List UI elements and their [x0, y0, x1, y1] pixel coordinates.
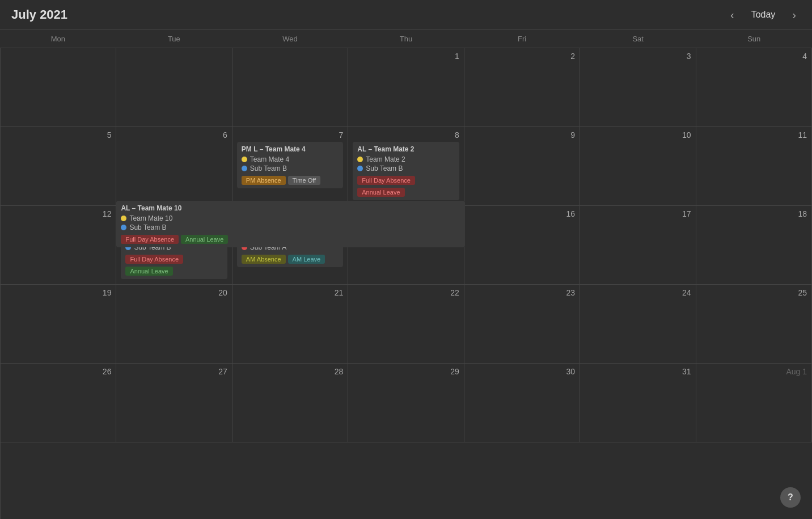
calendar-cell: 19 — [1, 285, 116, 364]
today-button[interactable]: Today — [745, 7, 783, 22]
event-subteam: Sub Team B — [242, 164, 339, 172]
event-subteam: Sub Team B — [121, 223, 460, 231]
day-header-sun: Sun — [696, 30, 812, 48]
calendar-cell: 12 — [1, 206, 116, 285]
calendar-cell: 25 — [696, 285, 812, 364]
event-badge: Full Day Absence — [357, 176, 415, 185]
event-badge: Annual Leave — [125, 267, 172, 276]
event-title: PM L – Team Mate 4 — [242, 145, 339, 153]
cell-date: 28 — [237, 367, 343, 376]
cell-date: 5 — [5, 130, 111, 140]
event-badge: Annual Leave — [357, 188, 404, 197]
person-dot — [242, 157, 247, 162]
event-card[interactable]: AL – Team Mate 2 Team Mate 2 Sub Team BF… — [353, 142, 459, 200]
calendar-cell: 26 — [1, 364, 116, 442]
calendar-grid: 123456AL – Team Mate 10 Team Mate 10 Sub… — [0, 48, 812, 519]
cell-date: 19 — [5, 288, 111, 297]
calendar-cell — [232, 48, 348, 127]
day-header-tue: Tue — [116, 30, 232, 48]
calendar-cell: 4 — [696, 48, 812, 127]
day-header-fri: Fri — [464, 30, 580, 48]
cell-date: 30 — [469, 367, 575, 376]
cell-date: 1 — [353, 52, 459, 61]
cell-date: 26 — [5, 367, 111, 376]
cell-date: 23 — [469, 288, 575, 297]
calendar-cell: 17 — [580, 206, 696, 285]
prev-button[interactable]: ‹ — [726, 7, 739, 23]
subteam-dot — [242, 166, 247, 171]
calendar-cell: 11 — [696, 127, 812, 206]
event-subteam: Sub Team B — [357, 164, 454, 172]
cell-date: 9 — [469, 130, 575, 140]
calendar-cell: 6AL – Team Mate 10 Team Mate 10 Sub Team… — [116, 127, 232, 206]
subteam-dot — [121, 225, 126, 230]
calendar-cell: 10 — [580, 127, 696, 206]
calendar-cell: 1 — [348, 48, 464, 127]
calendar-cell: 7PM L – Team Mate 4 Team Mate 4 Sub Team… — [232, 127, 348, 206]
event-person: Team Mate 2 — [357, 155, 454, 163]
calendar-cell: 18 — [696, 206, 812, 285]
calendar-cell: 16 — [464, 206, 580, 285]
calendar-header: July 2021 ‹ Today › — [0, 0, 812, 29]
calendar-cell: 8AL – Team Mate 2 Team Mate 2 Sub Team B… — [348, 127, 464, 206]
cell-date: 10 — [585, 130, 691, 140]
badges-row: Full Day AbsenceAnnual Leave — [357, 174, 454, 197]
calendar-cell: 20 — [116, 285, 232, 364]
badges-row: Full Day AbsenceAnnual Leave — [125, 253, 222, 276]
cell-date: 16 — [469, 209, 575, 218]
nav-controls: ‹ Today › — [726, 7, 801, 23]
subteam-dot — [357, 166, 363, 171]
cell-date: 31 — [585, 367, 691, 376]
calendar-cell: 29 — [348, 364, 464, 442]
event-person: Team Mate 4 — [242, 155, 339, 163]
event-badge: PM Absence — [242, 176, 286, 185]
day-header-mon: Mon — [0, 30, 116, 48]
event-person: Team Mate 10 — [121, 214, 460, 222]
badges-row: PM AbsenceTime Off — [242, 174, 339, 185]
calendar-cell: 30 — [464, 364, 580, 442]
day-header-wed: Wed — [232, 30, 348, 48]
cell-date: 7 — [237, 130, 343, 140]
calendar-cell: 9 — [464, 127, 580, 206]
cell-date: 22 — [353, 288, 459, 297]
cell-date: 20 — [121, 288, 227, 297]
cell-date: 6 — [121, 130, 227, 140]
event-title: AL – Team Mate 2 — [357, 145, 454, 153]
calendar-cell: 24 — [580, 285, 696, 364]
event-badge: AM Absence — [242, 255, 286, 264]
badges-row: Full Day AbsenceAnnual Leave — [121, 233, 460, 244]
cell-date: 11 — [701, 130, 807, 140]
calendar-cell: 28 — [232, 364, 348, 442]
cell-date: 24 — [585, 288, 691, 297]
cell-date: Aug 1 — [701, 367, 807, 376]
cell-date: 4 — [701, 52, 807, 61]
person-dot — [121, 216, 126, 221]
event-badge: Annual Leave — [181, 235, 228, 244]
cell-date: 25 — [701, 288, 807, 297]
event-badge: AM Leave — [288, 255, 325, 264]
day-header-thu: Thu — [348, 30, 464, 48]
calendar-cell: Aug 1 — [696, 364, 812, 442]
event-badge: Time Off — [288, 176, 321, 185]
cell-date: 12 — [5, 209, 111, 218]
calendar-cell: 23 — [464, 285, 580, 364]
help-button[interactable]: ? — [780, 487, 801, 508]
day-headers: MonTueWedThuFriSatSun — [0, 29, 812, 48]
calendar-cell: 3 — [580, 48, 696, 127]
event-card[interactable]: AL – Team Mate 10 Team Mate 10 Sub Team … — [116, 201, 464, 247]
calendar-cell — [1, 48, 116, 127]
calendar-cell: 27 — [116, 364, 232, 442]
calendar-container: July 2021 ‹ Today › MonTueWedThuFriSatSu… — [0, 0, 812, 519]
cell-date: 2 — [469, 52, 575, 61]
badges-row: AM AbsenceAM Leave — [242, 253, 339, 264]
day-header-sat: Sat — [580, 30, 696, 48]
person-dot — [357, 157, 363, 162]
event-card[interactable]: PM L – Team Mate 4 Team Mate 4 Sub Team … — [237, 142, 343, 188]
calendar-cell: 5 — [1, 127, 116, 206]
calendar-cell: 22 — [348, 285, 464, 364]
event-title: AL – Team Mate 10 — [121, 204, 460, 212]
next-button[interactable]: › — [788, 7, 801, 23]
calendar-cell: 21 — [232, 285, 348, 364]
calendar-cell: 31 — [580, 364, 696, 442]
cell-date: 3 — [585, 52, 691, 61]
